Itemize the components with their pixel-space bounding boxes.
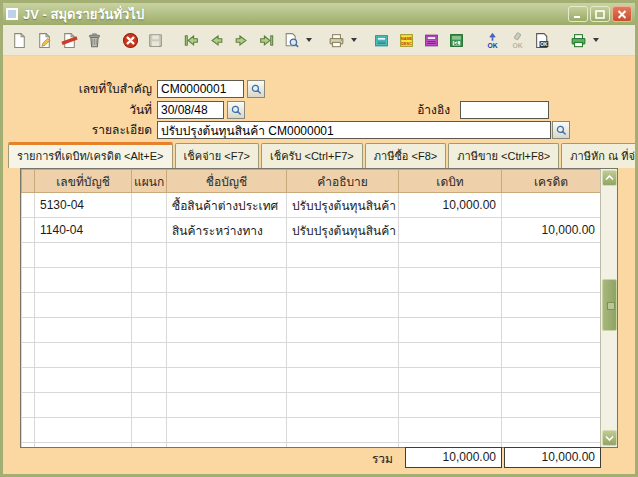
approve-button[interactable]: OK [480,28,505,53]
gl-register-icon: GL [448,32,465,49]
find-icon [283,32,300,49]
credit-cell[interactable] [502,193,601,218]
debit-cell[interactable]: 10,000.00 [399,193,502,218]
void-document-button[interactable] [57,28,82,53]
trash-icon [86,32,103,49]
svg-text:OK: OK [512,41,522,48]
tab-input-vat[interactable]: ภาษีซื้อ <F8> [365,143,447,168]
account-no-cell[interactable]: 1140-04 [35,218,132,243]
new-document-icon [11,32,28,49]
register-purple-button[interactable] [419,28,444,53]
close-button[interactable] [612,6,632,22]
gl-register-button[interactable]: GL [444,28,469,53]
approve-ok-icon: OK [484,32,501,49]
print-form-dropdown-button[interactable] [591,28,600,53]
scroll-up-button[interactable] [602,170,617,186]
doc-no-lookup-button[interactable] [247,80,265,98]
maximize-button[interactable] [590,6,610,22]
reference-input[interactable] [460,101,549,119]
date-input[interactable] [157,101,224,119]
magnifier-icon [251,84,262,95]
empty-grid-row [22,268,601,293]
close-icon [617,10,627,19]
svg-text:OK: OK [540,42,548,47]
doc-no-input[interactable] [157,80,244,98]
next-record-icon [233,32,250,49]
new-document-button[interactable] [7,28,32,53]
previous-record-button[interactable] [204,28,229,53]
row-indicator-cell[interactable] [22,218,35,243]
table-row[interactable]: 5130-04 ซื้อสินค้าต่างประเทศ ปรับปรุงต้น… [22,193,601,218]
empty-grid-row [22,418,601,443]
grid-header-account-name: ชื่อบัญชี [167,170,287,193]
first-record-button[interactable] [179,28,204,53]
department-cell[interactable] [132,193,167,218]
empty-grid-row [22,318,601,343]
name-desc-button[interactable]: NAMEDESC [394,28,419,53]
description-cell[interactable]: ปรับปรุงต้นทุนสินค้า CM0000001 [287,218,399,243]
debit-cell[interactable] [399,218,502,243]
credit-cell[interactable]: 10,000.00 [502,218,601,243]
account-no-cell[interactable]: 5130-04 [35,193,132,218]
description-lookup-button[interactable] [552,121,570,139]
doc-no-label: เลขที่ใบสำคัญ [3,80,152,98]
grid-header-account-no: เลขที่บัญชี [35,170,132,193]
magnifier-icon [231,105,242,116]
previous-record-icon [208,32,225,49]
grid-header-department: แผนก [132,170,167,193]
total-label: รวม [280,449,393,469]
register-purple-icon [423,32,440,49]
reference-label: อ้างอิง [300,101,450,119]
unapprove-button: OK [505,28,530,53]
document-ok-button[interactable]: OK [530,28,555,53]
chevron-up-icon [605,175,614,181]
table-row[interactable]: 1140-04 สินค้าระหว่างทาง ปรับปรุงต้นทุนส… [22,218,601,243]
print-dropdown-button[interactable] [349,28,358,53]
scrollbar-thumb[interactable] [602,279,617,331]
row-indicator-cell[interactable] [22,193,35,218]
print-button[interactable] [324,28,349,53]
grid-header-debit: เดบิท [399,170,502,193]
magnifier-icon [556,125,567,136]
scroll-down-button[interactable] [602,430,617,446]
register-teal-button[interactable] [369,28,394,53]
find-button[interactable] [279,28,304,53]
next-record-button[interactable] [229,28,254,53]
account-name-cell[interactable]: ซื้อสินค้าต่างประเทศ [167,193,287,218]
vertical-scrollbar[interactable] [600,169,617,447]
toolbar: NAMEDESC GL OK OK OK [3,25,635,56]
edit-document-button[interactable] [32,28,57,53]
minimize-button[interactable] [568,6,588,22]
account-name-cell[interactable]: สินค้าระหว่างทาง [167,218,287,243]
print-form-button[interactable] [566,28,591,53]
department-cell[interactable] [132,218,167,243]
edit-document-icon [36,32,53,49]
svg-text:NAME: NAME [401,36,413,40]
window-icon [6,8,18,20]
last-record-button[interactable] [254,28,279,53]
total-credit-value: 10,000.00 [504,447,601,468]
description-cell[interactable]: ปรับปรุงต้นทุนสินค้า CM0000001 [287,193,399,218]
empty-grid-row [22,393,601,418]
journal-entries-grid: เลขที่บัญชี แผนก ชื่อบัญชี คำอธิบาย เดบิ… [20,168,618,448]
description-input[interactable] [157,121,551,139]
name-desc-icon: NAMEDESC [398,32,415,49]
tab-cheques-received[interactable]: เช็ครับ <Ctrl+F7> [261,143,363,168]
grid-header-indicator [22,170,35,193]
grid-header-row: เลขที่บัญชี แผนก ชื่อบัญชี คำอธิบาย เดบิ… [22,170,601,193]
tab-debit-credit-entries[interactable]: รายการที่เดบิท/เครดิต <Alt+E> [8,142,173,168]
tab-strip: รายการที่เดบิท/เครดิต <Alt+E> เช็คจ่าย <… [8,146,630,168]
date-lookup-button[interactable] [227,101,245,119]
find-dropdown-button[interactable] [304,28,313,53]
tab-cheques-paid[interactable]: เช็คจ่าย <F7> [175,143,259,168]
dropdown-caret-icon [306,38,312,42]
delete-button[interactable] [82,28,107,53]
chevron-down-icon [605,435,614,441]
minimize-icon [573,10,583,19]
cancel-button[interactable] [118,28,143,53]
tab-withholding-tax[interactable]: ภาษีหัก ณ ที่จ่าย <Ctrl+F10> [561,143,638,168]
register-teal-icon [373,32,390,49]
last-record-icon [258,32,275,49]
empty-grid-row [22,343,601,368]
tab-output-vat[interactable]: ภาษีขาย <Ctrl+F8> [448,143,559,168]
